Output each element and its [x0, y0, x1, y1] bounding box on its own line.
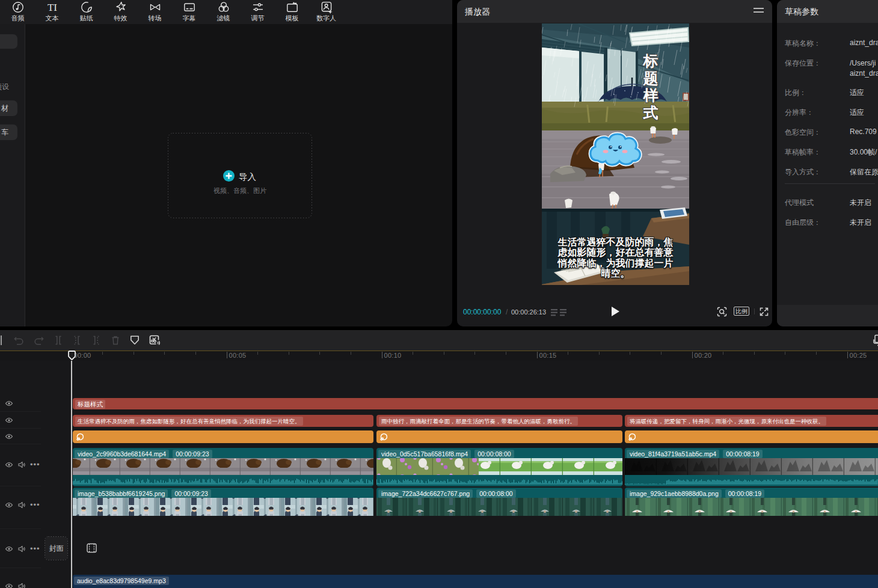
svg-text:TI: TI [47, 2, 57, 13]
